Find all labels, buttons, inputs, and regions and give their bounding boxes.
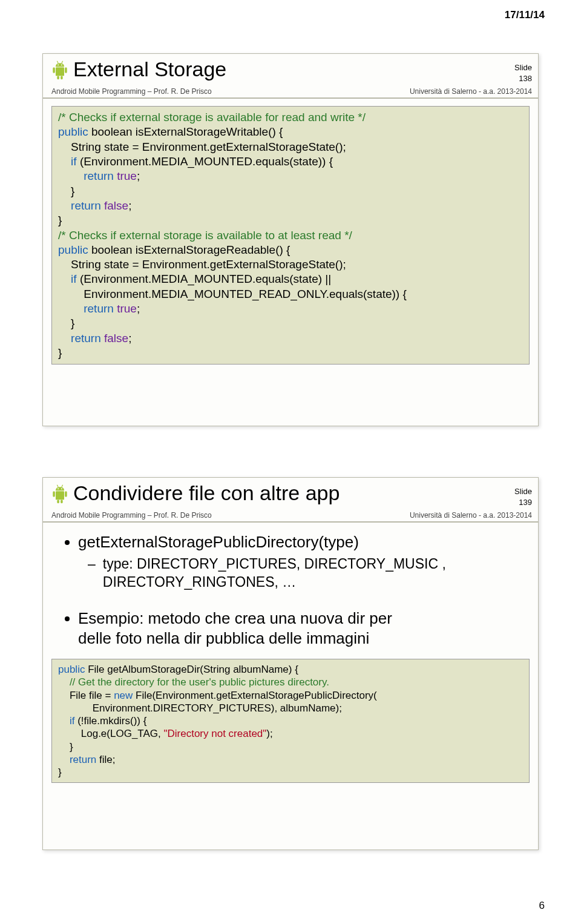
code-line: } <box>58 741 73 753</box>
page-number: 6 <box>539 900 545 912</box>
slide-number: 138 <box>514 73 532 84</box>
bullet-line: delle foto nella dir pubblica delle imma… <box>78 629 369 647</box>
bullet-dot-icon <box>65 616 70 621</box>
slide-footer-right: Università di Salerno - a.a. 2013-2014 <box>410 87 532 96</box>
slide-label: Slide <box>514 486 532 497</box>
code-line: return <box>58 302 114 315</box>
svg-rect-1 <box>53 67 55 73</box>
code-line: public <box>58 243 88 256</box>
svg-point-16 <box>57 488 59 489</box>
code-line: // Get the directory for the user's publ… <box>58 676 329 688</box>
code-line: return <box>58 332 101 345</box>
bullet-level2: – type: DIRECTORY_PICTURES, DIRECTORY_MU… <box>88 555 520 592</box>
code-line: true <box>114 302 137 315</box>
code-line: Environment.DIRECTORY_PICTURES), albumNa… <box>58 702 342 714</box>
code-line: return <box>58 170 114 182</box>
code-line: if <box>58 272 77 285</box>
bullet-line: Esempio: metodo che crea una nuova dir p… <box>78 609 392 627</box>
svg-rect-13 <box>61 500 63 503</box>
slide-title: External Storage <box>73 58 226 81</box>
code-line: false <box>101 332 128 345</box>
code-line: public <box>58 125 88 138</box>
code-line: ; <box>128 199 131 212</box>
code-line: ; <box>128 332 131 345</box>
code-line: ; <box>137 302 140 315</box>
bullet-text: getExternalStoragePublicDirectory(type) <box>78 532 359 553</box>
slide-condividere-file: Condividere file con altre app Slide 139… <box>42 477 539 850</box>
code-block: public File getAlbumStorageDir(String al… <box>51 659 530 783</box>
code-line: Log.e(LOG_TAG, <box>58 728 163 739</box>
code-line: (!file.mkdirs()) { <box>74 715 146 727</box>
slide-number-box: Slide 139 <box>514 486 532 507</box>
code-line: boolean isExternalStorageWritable() { <box>88 125 283 138</box>
slide-footer-left: Android Mobile Programming – Prof. R. De… <box>51 511 212 520</box>
code-line: ); <box>266 728 272 739</box>
slide-number: 139 <box>514 497 532 508</box>
code-line: if <box>58 715 74 727</box>
code-line: } <box>58 185 74 197</box>
svg-rect-4 <box>61 76 63 79</box>
code-line: false <box>101 199 128 212</box>
svg-rect-3 <box>57 76 59 79</box>
code-line: } <box>58 214 62 226</box>
svg-rect-2 <box>65 67 67 73</box>
svg-point-8 <box>61 64 62 65</box>
code-line: ; <box>137 170 140 182</box>
svg-rect-10 <box>53 491 55 497</box>
bullet-level1: Esempio: metodo che crea una nuova dir p… <box>65 609 520 650</box>
slide-number-box: Slide 138 <box>514 62 532 84</box>
code-line: File getAlbumStorageDir(String albumName… <box>85 664 298 675</box>
code-line: (Environment.MEDIA_MOUNTED.equals(state)… <box>77 272 332 285</box>
slide-footer-left: Android Mobile Programming – Prof. R. De… <box>51 87 212 96</box>
slide-external-storage: External Storage Slide 138 Android Mobil… <box>42 53 539 426</box>
slide-label: Slide <box>514 62 532 73</box>
svg-line-5 <box>57 61 58 64</box>
code-line: (Environment.MEDIA_MOUNTED.equals(state)… <box>77 155 333 168</box>
code-line: } <box>58 346 62 359</box>
bullet-line: type: DIRECTORY_PICTURES, DIRECTORY_MUSI… <box>103 556 446 572</box>
bullet-dot-icon <box>65 540 70 545</box>
slide-header: External Storage Slide 138 Android Mobil… <box>43 54 538 99</box>
code-line: Environment.MEDIA_MOUNTED_READ_ONLY.equa… <box>58 288 407 300</box>
bullet-text: type: DIRECTORY_PICTURES, DIRECTORY_MUSI… <box>103 555 446 592</box>
bullet-dash-icon: – <box>88 555 96 592</box>
code-line: return <box>58 199 101 212</box>
code-line: File(Environment.getExternalStoragePubli… <box>133 690 376 701</box>
svg-point-7 <box>57 64 59 65</box>
code-block: /* Checks if external storage is availab… <box>51 106 530 365</box>
code-line: } <box>58 767 62 778</box>
code-line: } <box>58 317 74 329</box>
code-line: public <box>58 664 85 675</box>
svg-line-14 <box>57 485 58 487</box>
svg-rect-12 <box>57 500 59 503</box>
svg-line-6 <box>62 61 63 64</box>
code-line: return <box>58 754 96 765</box>
code-line: /* Checks if external storage is availab… <box>58 229 352 242</box>
code-line: "Directory not created" <box>163 728 266 739</box>
slide-title: Condividere file con altre app <box>73 481 340 505</box>
svg-rect-11 <box>65 491 67 497</box>
code-line: new <box>114 690 133 701</box>
bullet-text: Esempio: metodo che crea una nuova dir p… <box>78 609 392 650</box>
bullet-area: getExternalStoragePublicDirectory(type) … <box>43 523 538 649</box>
code-line: /* Checks if external storage is availab… <box>58 111 366 124</box>
svg-point-17 <box>61 488 62 489</box>
slide-header: Condividere file con altre app Slide 139… <box>43 478 538 523</box>
code-line: if <box>58 155 77 168</box>
bullet-line: DIRECTORY_RINGTONES, … <box>103 574 297 590</box>
page-date: 17/11/14 <box>505 9 545 21</box>
svg-rect-9 <box>56 491 64 500</box>
android-icon <box>51 484 68 504</box>
code-line: String state = Environment.getExternalSt… <box>58 140 346 153</box>
code-line: File file = <box>58 690 114 701</box>
code-line: true <box>114 170 137 182</box>
code-line: String state = Environment.getExternalSt… <box>58 258 346 271</box>
code-line: boolean isExternalStorageReadable() { <box>88 243 290 256</box>
svg-rect-0 <box>56 67 64 76</box>
slide-footer-right: Università di Salerno - a.a. 2013-2014 <box>410 511 532 520</box>
svg-line-15 <box>62 485 63 487</box>
bullet-level1: getExternalStoragePublicDirectory(type) <box>65 532 520 553</box>
android-icon <box>51 60 68 81</box>
code-line: file; <box>96 754 115 765</box>
